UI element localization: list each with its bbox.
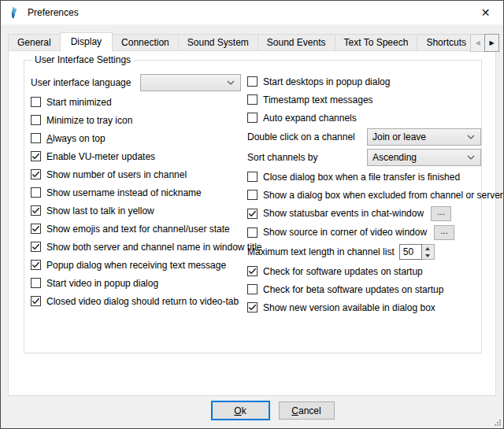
checkbox[interactable] bbox=[31, 205, 41, 216]
close-button[interactable]: ✕ bbox=[468, 1, 503, 24]
tab-display[interactable]: Display bbox=[60, 32, 113, 52]
sort-channels-select[interactable]: Ascending bbox=[367, 149, 481, 166]
checkbox[interactable] bbox=[247, 76, 258, 87]
statusbar-events-more-button[interactable]: ... bbox=[431, 206, 451, 221]
checkbox[interactable] bbox=[31, 224, 41, 234]
checkbox[interactable] bbox=[31, 115, 41, 125]
spin-down-icon[interactable] bbox=[422, 252, 434, 259]
checkbox-label: Start minimized bbox=[46, 97, 112, 108]
checkbox-label: Show source in corner of video window bbox=[263, 227, 427, 238]
sort-channels-row: Sort channels by Ascending bbox=[247, 147, 503, 168]
checkbox-row-start-minimized[interactable]: Start minimized bbox=[31, 93, 247, 111]
double-click-row: Double click on a channel Join or leave bbox=[247, 127, 503, 147]
checkbox[interactable] bbox=[31, 296, 41, 306]
checkbox[interactable] bbox=[31, 278, 41, 288]
checkbox[interactable] bbox=[31, 187, 41, 198]
checkbox-label: Closed video dialog should return to vid… bbox=[46, 296, 239, 307]
checkbox-label: Start desktops in popup dialog bbox=[263, 76, 390, 87]
tab-scroll-buttons: ◀ ▶ bbox=[470, 34, 499, 50]
footer: Ok Cancel bbox=[1, 401, 503, 420]
checkbox-label: Popup dialog when receiving text message bbox=[46, 260, 226, 271]
checkbox-label: Minimize to tray icon bbox=[46, 115, 132, 126]
sort-channels-value: Ascending bbox=[372, 152, 467, 163]
video-source-more-button[interactable]: ... bbox=[434, 225, 454, 240]
checkbox-row-popup-text[interactable]: Popup dialog when receiving text message bbox=[31, 256, 247, 274]
checkbox-label: Timestamp text messages bbox=[263, 94, 373, 105]
checkbox-row-minimize-tray[interactable]: Minimize to tray icon bbox=[31, 111, 247, 129]
checkbox[interactable] bbox=[247, 209, 258, 219]
titlebar: Preferences ✕ bbox=[1, 1, 503, 24]
checkbox[interactable] bbox=[247, 284, 258, 294]
max-text-length-value[interactable]: 50 bbox=[399, 244, 422, 260]
user-interface-settings-group: User Interface Settings User interface l… bbox=[24, 60, 482, 353]
checkbox-label: Enable VU-meter updates bbox=[46, 151, 155, 162]
tab-connection[interactable]: Connection bbox=[112, 34, 179, 50]
checkbox-row-statusbar-events[interactable]: Show statusbar events in chat-window ... bbox=[247, 204, 503, 223]
checkbox-row-closed-video[interactable]: Closed video dialog should return to vid… bbox=[31, 292, 247, 310]
checkbox-row-check-updates[interactable]: Check for software updates on startup bbox=[247, 262, 503, 280]
checkbox[interactable] bbox=[247, 302, 258, 313]
group-title: User Interface Settings bbox=[32, 54, 134, 65]
double-click-select[interactable]: Join or leave bbox=[367, 128, 481, 146]
checkbox[interactable] bbox=[31, 151, 41, 161]
tab-sound-events[interactable]: Sound Events bbox=[258, 34, 335, 50]
checkbox-label: Show emojis and text for channel/user st… bbox=[46, 224, 230, 235]
checkbox[interactable] bbox=[247, 113, 258, 123]
right-column: Start desktops in popup dialog Timestamp… bbox=[247, 72, 503, 316]
checkbox-row-always-on-top[interactable]: Always on top bbox=[31, 129, 247, 147]
tab-bar: General Display Connection Sound System … bbox=[8, 31, 496, 51]
max-text-length-spinbox[interactable]: 50 bbox=[399, 244, 435, 260]
checkbox[interactable] bbox=[31, 133, 41, 143]
checkbox-row-video-popup[interactable]: Start video in popup dialog bbox=[31, 274, 247, 292]
checkbox[interactable] bbox=[247, 190, 258, 200]
max-text-length-label: Maximum text length in channel list bbox=[247, 246, 395, 257]
cancel-button[interactable]: Cancel bbox=[279, 401, 335, 420]
resize-grip-icon[interactable] bbox=[495, 420, 502, 427]
spin-up-icon[interactable] bbox=[422, 245, 434, 252]
checkbox-row-last-to-talk[interactable]: Show last to talk in yellow bbox=[31, 202, 247, 220]
checkbox-label: Show new version available in dialog box bbox=[263, 302, 435, 313]
double-click-value: Join or leave bbox=[372, 131, 467, 142]
chevron-down-icon bbox=[227, 80, 235, 85]
checkbox-row-window-title[interactable]: Show both server and channel name in win… bbox=[31, 238, 247, 256]
language-label: User interface language bbox=[31, 77, 140, 88]
checkbox[interactable] bbox=[31, 242, 41, 252]
checkbox-row-timestamp[interactable]: Timestamp text messages bbox=[247, 91, 503, 109]
checkbox-row-video-source-corner[interactable]: Show source in corner of video window ..… bbox=[247, 223, 503, 242]
checkbox-label: Always on top bbox=[46, 133, 106, 144]
sort-channels-label: Sort channels by bbox=[247, 152, 367, 163]
ok-button[interactable]: Ok bbox=[211, 401, 270, 420]
checkbox[interactable] bbox=[247, 266, 258, 276]
checkbox[interactable] bbox=[247, 227, 258, 238]
tab-general[interactable]: General bbox=[8, 34, 61, 50]
checkbox-row-new-version-dialog[interactable]: Show new version available in dialog box bbox=[247, 298, 503, 316]
checkbox-label: Show number of users in channel bbox=[46, 169, 187, 180]
checkbox[interactable] bbox=[31, 169, 41, 179]
checkbox-row-vu-meter[interactable]: Enable VU-meter updates bbox=[31, 147, 247, 165]
checkbox-row-show-username[interactable]: Show username instead of nickname bbox=[31, 183, 247, 202]
checkbox-row-emojis[interactable]: Show emojis and text for channel/user st… bbox=[31, 220, 247, 238]
tab-scroll-right-icon[interactable]: ▶ bbox=[484, 34, 499, 52]
chevron-down-icon bbox=[467, 135, 475, 139]
checkbox-row-show-user-count[interactable]: Show number of users in channel bbox=[31, 165, 247, 183]
checkbox-row-excluded-dialog[interactable]: Show a dialog box when excluded from cha… bbox=[247, 186, 503, 204]
ok-button-label: Ok bbox=[234, 405, 246, 416]
spin-buttons bbox=[422, 244, 435, 260]
max-text-length-row: Maximum text length in channel list 50 bbox=[247, 242, 503, 262]
checkbox[interactable] bbox=[247, 94, 258, 105]
tab-scroll-left-icon[interactable]: ◀ bbox=[470, 34, 484, 52]
checkbox-row-close-on-transfer[interactable]: Close dialog box when a file transfer is… bbox=[247, 168, 503, 186]
checkbox-row-check-beta-updates[interactable]: Check for beta software updates on start… bbox=[247, 280, 503, 298]
checkbox[interactable] bbox=[247, 172, 258, 182]
checkbox[interactable] bbox=[31, 97, 41, 107]
checkbox-label: Show last to talk in yellow bbox=[46, 205, 154, 216]
tab-shortcuts[interactable]: Shortcuts bbox=[417, 34, 476, 50]
checkbox[interactable] bbox=[31, 260, 41, 270]
checkbox-label: Show statusbar events in chat-window bbox=[263, 208, 424, 219]
checkbox-row-desktops-popup[interactable]: Start desktops in popup dialog bbox=[247, 72, 503, 91]
tab-sound-system[interactable]: Sound System bbox=[178, 34, 258, 50]
tab-text-to-speech[interactable]: Text To Speech bbox=[335, 34, 418, 50]
checkbox-row-auto-expand[interactable]: Auto expand channels bbox=[247, 109, 503, 127]
double-click-label: Double click on a channel bbox=[247, 131, 367, 142]
language-select[interactable] bbox=[140, 74, 241, 91]
